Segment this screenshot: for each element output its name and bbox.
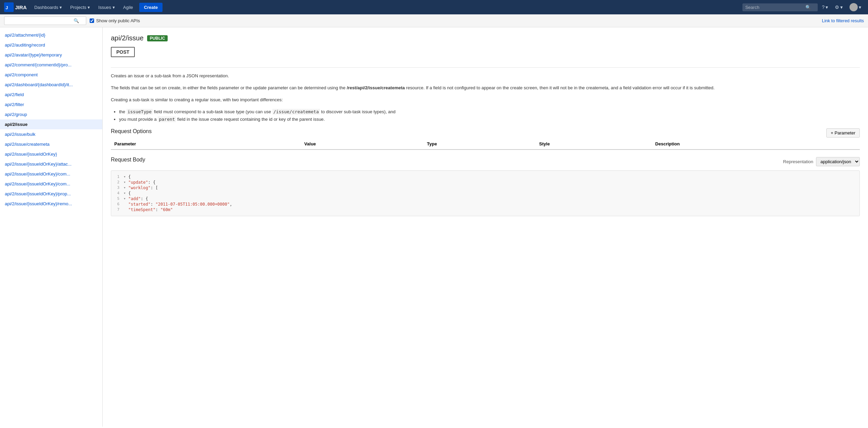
description-2: The fields that can be set on create, in… [111,85,860,92]
request-body-section: Request Body Representation application/… [111,157,860,216]
sub-bar: create 🔍 Show only public APIs Link to f… [0,14,868,27]
sidebar-item[interactable]: api/2/comment/{commentId}/pro... [0,60,102,70]
content-area: api/2/issue PUBLIC POST Creates an issue… [103,27,868,427]
main-layout: api/2/attachment/{id}api/2/auditing/reco… [0,27,868,427]
sidebar-item[interactable]: api/2/issue/{issueIdOrKey}/com... [0,169,102,179]
link-to-filtered[interactable]: Link to filtered results [822,18,864,23]
sidebar-item[interactable]: api/2/component [0,70,102,80]
fold-arrow-icon[interactable]: ▾ [124,196,128,201]
line-number: 5 [111,196,124,201]
chevron-down-icon: ▾ [113,5,115,10]
endpoint-path: api/2/issue [111,34,144,42]
sidebar: api/2/attachment/{id}api/2/auditing/reco… [0,27,103,427]
line-number: 6 [111,202,124,206]
sidebar-item[interactable]: api/2/auditing/record [0,40,102,50]
sidebar-item[interactable]: api/2/issue/{issueIdOrKey}/remo... [0,199,102,209]
svg-text:J: J [5,5,8,10]
chevron-down-icon: ▾ [840,4,843,10]
col-description: Description [652,139,860,150]
chevron-down-icon: ▾ [88,5,90,10]
request-body-title: Request Body [111,157,145,163]
representation-select-wrap: Representation application/json applicat… [783,157,860,166]
line-number: 2 [111,180,124,184]
line-content: "worklog": [ [128,185,158,190]
chevron-down-icon: ▾ [826,4,828,10]
line-number: 4 [111,191,124,195]
http-method-badge: POST [111,47,135,57]
sidebar-item[interactable]: api/2/filter [0,100,102,109]
description-1: Creates an issue or a sub-task from a JS… [111,73,860,80]
desc-bold-path: /rest/api/2/issue/createmeta [347,85,405,90]
sidebar-item[interactable]: api/2/issue/createmeta [0,139,102,149]
fold-arrow-icon[interactable]: ▾ [124,191,128,195]
endpoint-header: api/2/issue PUBLIC [111,34,860,42]
line-content: { [128,191,131,196]
description-list: the issueType field must correspond to a… [119,108,860,123]
fold-arrow-icon[interactable]: ▾ [124,174,128,179]
code-block: 1▾{2▾ "update": {3▾ "worklog": [4▾ {5▾ "… [111,170,860,216]
sidebar-item[interactable]: api/2/issue/{issueIdOrKey} [0,149,102,159]
line-number: 3 [111,185,124,190]
line-content: "add": { [128,196,148,201]
nav-dashboards[interactable]: Dashboards ▾ [31,3,65,12]
nav-agile[interactable]: Agile [120,3,137,12]
avatar [850,3,858,11]
line-content: { [128,174,131,179]
description-3: Creating a sub-task is similar to creati… [111,96,860,104]
col-parameter: Parameter [111,139,301,150]
user-menu[interactable]: ▾ [847,2,864,13]
sidebar-item[interactable]: api/2/field [0,90,102,100]
sidebar-item[interactable]: api/2/issue/{issueIdOrKey}/attac... [0,159,102,169]
sidebar-item[interactable]: api/2/dashboard/{dashboardId}/it... [0,80,102,90]
params-table: Parameter Value Type Style Description [111,139,860,150]
sidebar-item[interactable]: api/2/issue/{issueIdOrKey}/prop... [0,189,102,199]
sidebar-item[interactable]: api/2/avatar/{type}/temporary [0,50,102,60]
request-options-section: Request Options + Parameter Parameter Va… [111,128,860,150]
create-button[interactable]: Create [139,3,163,12]
app-logo[interactable]: J JIRA [4,2,27,12]
search-icon: 🔍 [805,5,811,10]
settings-button[interactable]: ⚙ ▾ [832,3,845,11]
line-content: "timeSpent": "60m" [128,207,173,212]
col-type: Type [424,139,536,150]
fold-arrow-icon[interactable]: ▾ [124,185,128,190]
code-line: 7 "timeSpent": "60m" [111,207,859,212]
help-icon: ? [822,4,825,10]
sidebar-item[interactable]: api/2/issue/{issueIdOrKey}/com... [0,179,102,189]
add-parameter-button[interactable]: + Parameter [826,128,860,138]
divider [111,67,860,68]
code-line: 1▾{ [111,174,859,180]
nav-search-input[interactable] [745,5,803,10]
nav-issues[interactable]: Issues ▾ [95,3,118,12]
code-line: 3▾ "worklog": [ [111,185,859,191]
filter-input[interactable]: create [7,18,72,23]
sidebar-item[interactable]: api/2/attachment/{id} [0,30,102,40]
sidebar-item[interactable]: api/2/issue [0,119,102,129]
public-api-checkbox-wrap[interactable]: Show only public APIs [90,18,140,23]
list-item: the issueType field must correspond to a… [119,108,860,116]
help-button[interactable]: ? ▾ [819,3,831,11]
code-line: 6 "started": "2011-07-05T11:05:00.000+00… [111,202,859,207]
line-content: "update": { [128,180,155,185]
col-style: Style [536,139,652,150]
line-number: 7 [111,207,124,212]
chevron-down-icon: ▾ [60,5,62,10]
nav-search[interactable]: 🔍 [742,3,818,11]
representation-label: Representation [783,159,813,164]
code-parent: parent [158,116,176,122]
code-issueType: issueType [127,109,153,115]
list-item: you must provide a parent field in the i… [119,116,860,123]
top-navigation: J JIRA Dashboards ▾ Projects ▾ Issues ▾ … [0,0,868,14]
sidebar-item[interactable]: api/2/group [0,109,102,119]
nav-projects[interactable]: Projects ▾ [67,3,93,12]
sidebar-item[interactable]: api/2/issue/bulk [0,129,102,139]
public-api-checkbox[interactable] [90,18,94,23]
fold-arrow-icon[interactable]: ▾ [124,180,128,184]
col-value: Value [301,139,423,150]
representation-dropdown[interactable]: application/json application/xml [816,157,860,166]
public-api-label: Show only public APIs [96,18,140,23]
request-options-title: Request Options [111,128,152,134]
filter-input-wrap: create 🔍 [4,16,86,25]
line-content: "started": "2011-07-05T11:05:00.000+0000… [128,202,232,207]
code-line: 5▾ "add": { [111,196,859,202]
